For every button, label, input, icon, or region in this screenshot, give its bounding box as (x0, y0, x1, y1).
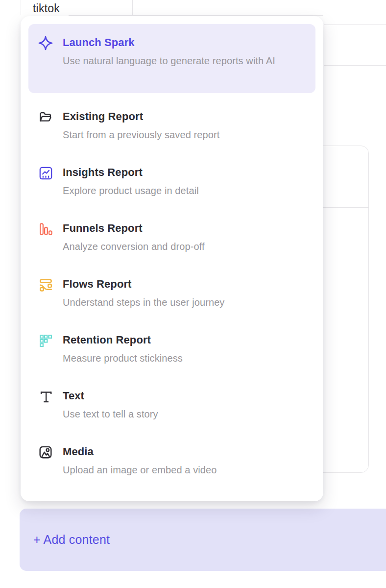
menu-item-label: Text (63, 390, 84, 402)
background-horizontal-divider-right-1 (324, 24, 386, 25)
retention-grid-icon (38, 333, 53, 348)
background-horizontal-divider-right-2 (324, 65, 386, 66)
folder-open-icon (38, 110, 53, 124)
menu-item-label: Launch Spark (63, 36, 135, 49)
add-content-menu: Launch Spark Use natural language to gen… (21, 16, 323, 501)
menu-item-description: Analyze conversion and drop-off (63, 240, 306, 254)
menu-item-description: Use text to tell a story (63, 407, 306, 421)
menu-item-label: Media (63, 445, 94, 458)
spark-icon (38, 36, 53, 50)
menu-item-description: Start from a previously saved report (63, 128, 306, 142)
funnels-bars-icon (38, 221, 53, 236)
menu-item-launch-spark[interactable]: Launch Spark Use natural language to gen… (28, 24, 315, 93)
text-icon (38, 389, 53, 404)
menu-item-description: Upload an image or embed a video (63, 463, 306, 477)
menu-item-label: Existing Report (63, 110, 143, 122)
menu-item-retention-report[interactable]: Retention Report Measure product stickin… (28, 333, 315, 366)
add-content-button[interactable]: + Add content (20, 509, 386, 571)
background-vertical-divider (132, 0, 133, 15)
menu-item-description: Understand steps in the user journey (63, 295, 306, 310)
add-content-label: + Add content (33, 533, 110, 547)
menu-item-label: Retention Report (63, 334, 151, 346)
flows-icon (38, 277, 53, 292)
insights-chart-icon (38, 166, 53, 180)
menu-item-description: Explore product usage in detail (63, 184, 306, 198)
menu-item-description: Use natural language to generate reports… (63, 52, 299, 69)
menu-item-text[interactable]: Text Use text to tell a story (28, 389, 315, 421)
menu-item-existing-report[interactable]: Existing Report Start from a previously … (28, 109, 315, 142)
background-horizontal-divider-top (69, 15, 323, 16)
menu-item-insights-report[interactable]: Insights Report Explore product usage in… (28, 165, 315, 198)
menu-item-funnels-report[interactable]: Funnels Report Analyze conversion and dr… (28, 221, 315, 254)
menu-item-flows-report[interactable]: Flows Report Understand steps in the use… (28, 277, 315, 310)
background-cell-text: tiktok (33, 2, 60, 15)
menu-item-label: Insights Report (63, 166, 143, 178)
media-image-icon (38, 445, 53, 460)
menu-item-label: Flows Report (63, 278, 132, 290)
menu-item-label: Funnels Report (63, 222, 143, 234)
menu-item-media[interactable]: Media Upload an image or embed a video (28, 444, 315, 477)
background-vertical-divider-left (21, 0, 21, 15)
menu-item-description: Measure product stickiness (63, 351, 306, 366)
